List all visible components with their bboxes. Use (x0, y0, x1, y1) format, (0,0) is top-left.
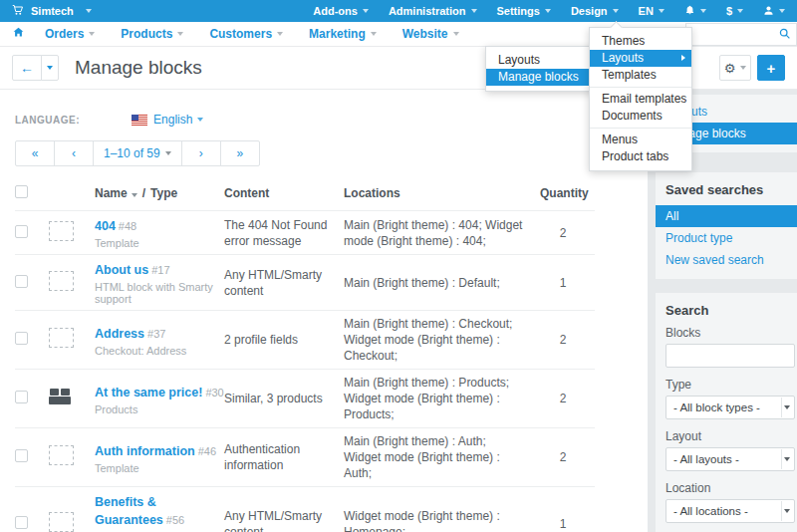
chevron-down-icon (47, 66, 53, 70)
column-name-type[interactable]: Name/Type (95, 186, 224, 200)
search-panel: Search Blocks Type - All block types - L… (656, 293, 797, 532)
chevron-down-icon (545, 9, 551, 13)
row-checkbox[interactable] (15, 449, 28, 462)
location-select[interactable]: - All locations - (665, 499, 795, 523)
user-icon (763, 5, 774, 18)
nav-item-orders[interactable]: Orders (45, 27, 95, 41)
blocks-table: Name/Type Content Locations Quantity 404… (15, 176, 595, 532)
select-all-checkbox[interactable] (15, 185, 28, 198)
nav-item-products[interactable]: Products (121, 27, 183, 41)
saved-searches-title: Saved searches (656, 172, 797, 205)
block-name-link[interactable]: Address (95, 327, 144, 341)
table-row: Auth information#46Template Authenticati… (15, 427, 595, 486)
pagination-prev-button[interactable]: ‹ (54, 140, 94, 166)
new-saved-search-link[interactable]: New saved search (656, 249, 797, 271)
topbar-item-settings[interactable]: Settings (497, 5, 551, 17)
block-name-link[interactable]: About us (95, 263, 148, 277)
arrow-left-icon: ← (20, 60, 34, 76)
chevron-down-icon (471, 9, 477, 13)
topbar-item-language[interactable]: EN (639, 5, 664, 17)
column-content: Content (224, 186, 344, 200)
menu-item-menus[interactable]: Menus (590, 132, 691, 148)
submenu-item-layouts[interactable]: Layouts (486, 52, 594, 69)
block-name-link[interactable]: Benefits & Guarantees (95, 495, 163, 527)
pagination: « ‹ 1–10 of 59 › » (15, 140, 260, 166)
saved-search-product-type[interactable]: Product type (656, 227, 797, 249)
topbar-item-addons[interactable]: Add-ons (313, 5, 369, 17)
language-selector[interactable]: English (153, 113, 203, 127)
page-title: Manage blocks (75, 57, 202, 79)
row-checkbox[interactable] (15, 516, 28, 529)
search-button[interactable] (772, 24, 796, 45)
row-checkbox[interactable] (15, 332, 28, 345)
brand-label: Simtech (31, 5, 74, 17)
store-menu[interactable]: Simtech (12, 4, 92, 18)
type-select[interactable]: - All block types - (665, 396, 795, 419)
menu-item-templates[interactable]: Templates (590, 67, 691, 84)
cart-icon (12, 4, 24, 18)
pagination-last-button[interactable]: » (220, 140, 260, 166)
plus-icon: + (767, 60, 776, 77)
add-block-button[interactable]: + (757, 55, 785, 81)
pagination-first-button[interactable]: « (15, 140, 55, 166)
layouts-submenu: Layouts Manage blocks (485, 46, 595, 92)
block-name-link[interactable]: At the same price! (95, 386, 202, 399)
user-menu[interactable] (763, 5, 785, 18)
table-row: At the same price!#30Products Similar, 3… (15, 369, 595, 427)
saved-searches-panel: Saved searches All Product type New save… (656, 172, 797, 279)
home-icon[interactable] (12, 25, 25, 43)
language-label: LANGUAGE: (15, 115, 80, 126)
nav-item-customers[interactable]: Customers (209, 27, 283, 41)
nav-item-website[interactable]: Website (402, 27, 459, 41)
chevron-down-icon (277, 32, 283, 36)
layout-select[interactable]: - All layouts - (665, 447, 795, 471)
pagination-range-button[interactable]: 1–10 of 59 (93, 140, 182, 166)
blocks-search-field[interactable] (665, 344, 795, 368)
table-row: Benefits & Guarantees#56HTML block with … (15, 486, 595, 532)
chevron-down-icon (165, 151, 171, 155)
back-history-button[interactable] (41, 55, 59, 81)
blocks-field-label: Blocks (656, 326, 797, 344)
design-dropdown-menu: Themes Layouts Templates Email templates… (589, 27, 692, 171)
chevron-down-icon (89, 32, 95, 36)
layout-field-label: Layout (656, 419, 797, 447)
menu-item-themes[interactable]: Themes (590, 33, 691, 50)
chevron-down-icon (659, 9, 664, 13)
menu-item-documents[interactable]: Documents (590, 108, 691, 125)
block-name-link[interactable]: Auth information (95, 444, 195, 458)
products-icon (49, 389, 95, 408)
menu-item-product-tabs[interactable]: Product tabs (590, 148, 691, 165)
column-locations: Locations (344, 186, 540, 200)
search-icon (778, 27, 791, 43)
location-field-label: Location (656, 471, 797, 499)
nav-item-marketing[interactable]: Marketing (309, 27, 377, 41)
chevron-down-icon (371, 32, 377, 36)
menu-item-email-templates[interactable]: Email templates (590, 91, 691, 108)
row-checkbox[interactable] (15, 225, 28, 238)
menu-item-layouts[interactable]: Layouts (590, 50, 691, 67)
settings-gear-button[interactable]: ⚙ (719, 55, 751, 81)
topbar-item-administration[interactable]: Administration (389, 5, 477, 17)
us-flag-icon (132, 115, 147, 126)
chevron-right-icon (681, 55, 685, 61)
sort-desc-icon (132, 193, 137, 197)
column-quantity: Quantity (540, 186, 586, 200)
submenu-item-manage-blocks[interactable]: Manage blocks (486, 69, 594, 86)
chevron-down-icon (740, 66, 746, 70)
row-checkbox[interactable] (15, 391, 28, 403)
menu-divider (590, 128, 691, 129)
row-checkbox[interactable] (15, 275, 28, 288)
search-input[interactable] (686, 24, 772, 45)
chevron-down-icon (784, 509, 790, 513)
topbar-item-design[interactable]: Design (571, 5, 619, 17)
table-row: About us#17HTML block with Smarty suppor… (15, 254, 595, 310)
gear-icon: ⚙ (724, 61, 736, 76)
saved-search-all[interactable]: All (656, 205, 797, 227)
currency-menu[interactable]: $ (726, 5, 743, 17)
chevron-down-icon (197, 118, 203, 122)
notifications-menu[interactable] (684, 5, 706, 18)
pagination-next-button[interactable]: › (181, 140, 221, 166)
back-button[interactable]: ← (12, 55, 42, 81)
main-content: LANGUAGE: English « ‹ 1–10 of 59 › » Nam… (0, 90, 648, 532)
block-name-link[interactable]: 404 (95, 219, 116, 233)
